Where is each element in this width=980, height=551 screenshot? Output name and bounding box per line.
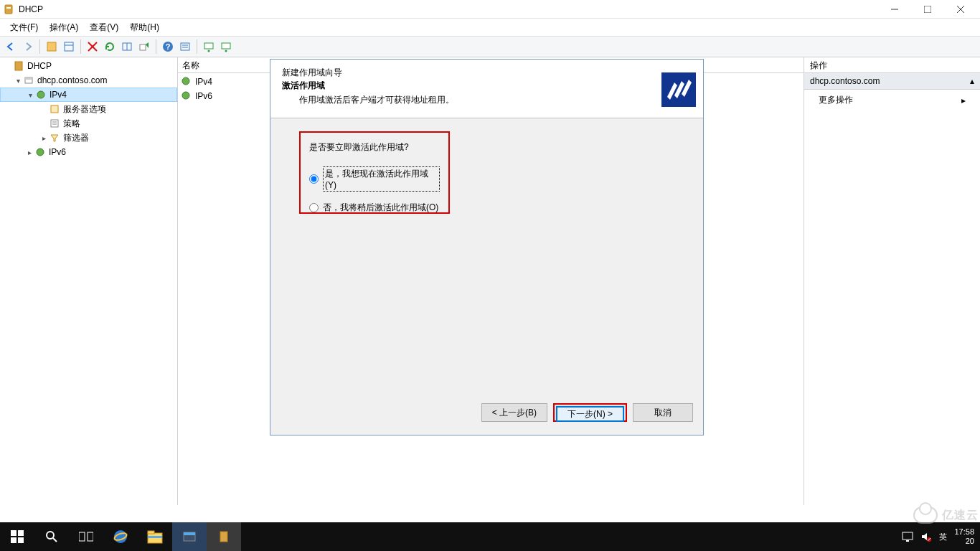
action-pane-header: 操作 bbox=[804, 57, 980, 73]
collapse-icon[interactable]: ▴ bbox=[970, 76, 974, 86]
taskbar-explorer[interactable] bbox=[138, 522, 172, 551]
start-button[interactable] bbox=[0, 522, 34, 551]
taskbar: 英 17:58 20 bbox=[0, 522, 980, 551]
toolbar-properties-icon[interactable] bbox=[61, 39, 77, 55]
svg-rect-22 bbox=[15, 62, 22, 70]
svg-rect-6 bbox=[47, 42, 56, 51]
toolbar-delete-icon[interactable] bbox=[85, 39, 100, 55]
menu-file[interactable]: 文件(F) bbox=[4, 20, 44, 35]
toolbar-export-icon[interactable] bbox=[119, 39, 135, 55]
caret-down-icon: ▾ bbox=[13, 77, 23, 85]
menu-help[interactable]: 帮助(H) bbox=[124, 20, 165, 35]
tree-node-ipv4[interactable]: ▾ IPv4 bbox=[0, 88, 177, 102]
taskbar-ie[interactable] bbox=[103, 522, 138, 551]
toolbar-separator bbox=[197, 39, 197, 54]
svg-rect-24 bbox=[25, 77, 32, 80]
svg-rect-44 bbox=[148, 531, 154, 534]
tree-label: dhcp.contoso.com bbox=[37, 75, 107, 85]
tree-label: IPv4 bbox=[50, 90, 67, 100]
maximize-button[interactable] bbox=[911, 0, 944, 19]
minimize-button[interactable] bbox=[878, 0, 911, 19]
menu-action[interactable]: 操作(A) bbox=[44, 20, 84, 35]
task-view-button[interactable] bbox=[69, 522, 103, 551]
main-content: DHCP ▾ dhcp.contoso.com ▾ IPv4 服务器选项 策略 bbox=[0, 57, 980, 505]
wizard-window-title: 新建作用域向导 bbox=[282, 67, 692, 79]
list-label: IPv4 bbox=[195, 77, 212, 87]
taskbar-server-manager[interactable] bbox=[172, 522, 207, 551]
action-more-label: 更多操作 bbox=[819, 94, 853, 106]
policies-icon bbox=[49, 118, 60, 129]
svg-rect-49 bbox=[903, 532, 913, 540]
action-pane: 操作 dhcp.contoso.com ▴ 更多操作 ▸ bbox=[804, 57, 980, 505]
svg-rect-27 bbox=[51, 120, 58, 127]
toolbar-help-icon[interactable]: ? bbox=[160, 39, 176, 55]
svg-rect-0 bbox=[5, 5, 12, 14]
dhcp-app-icon bbox=[3, 4, 14, 15]
tray-ime[interactable]: 英 bbox=[939, 532, 947, 542]
svg-point-21 bbox=[225, 50, 227, 52]
svg-point-25 bbox=[37, 91, 44, 98]
tray-volume-icon[interactable] bbox=[920, 532, 932, 542]
nav-back-button[interactable] bbox=[3, 39, 19, 55]
toolbar-separator bbox=[156, 39, 156, 54]
ipv4-icon bbox=[181, 76, 192, 88]
tree-node-server[interactable]: ▾ dhcp.contoso.com bbox=[0, 73, 177, 88]
svg-rect-39 bbox=[79, 532, 85, 541]
tray-time: 17:58 bbox=[954, 527, 974, 537]
back-button[interactable]: < 上一步(B) bbox=[481, 403, 547, 422]
svg-rect-47 bbox=[184, 532, 195, 535]
toolbar-list-icon[interactable] bbox=[177, 39, 193, 55]
toolbar-server-icon[interactable] bbox=[201, 39, 217, 55]
chevron-right-icon: ▸ bbox=[961, 95, 966, 105]
close-button[interactable] bbox=[944, 0, 977, 19]
caret-right-icon: ▸ bbox=[24, 149, 34, 156]
watermark-text: 亿速云 bbox=[942, 508, 979, 523]
list-pane: 名称 IPv4 IPv6 新建作用域向导 激活作用域 作用域激活后客户端才可获得… bbox=[178, 57, 804, 505]
radio-activate-no[interactable]: 否，我将稍后激活此作用域(O) bbox=[309, 202, 440, 214]
taskbar-dhcp[interactable] bbox=[207, 522, 241, 551]
system-tray: 英 17:58 20 bbox=[902, 527, 980, 546]
cancel-button[interactable]: 取消 bbox=[633, 403, 693, 422]
options-icon bbox=[49, 103, 60, 115]
svg-rect-15 bbox=[181, 43, 189, 50]
tray-network-icon[interactable] bbox=[902, 532, 913, 542]
next-button[interactable]: 下一步(N) > bbox=[556, 406, 624, 422]
ipv4-icon bbox=[35, 89, 47, 100]
svg-rect-48 bbox=[220, 532, 227, 542]
list-label: IPv6 bbox=[195, 91, 212, 101]
radio-activate-yes[interactable]: 是，我想现在激活此作用域(Y) bbox=[309, 166, 440, 192]
toolbar-run-icon[interactable] bbox=[136, 39, 152, 55]
radio-no-label: 否，我将稍后激活此作用域(O) bbox=[323, 202, 438, 214]
tree[interactable]: DHCP ▾ dhcp.contoso.com ▾ IPv4 服务器选项 策略 bbox=[0, 57, 177, 161]
tree-label: DHCP bbox=[27, 61, 52, 71]
watermark: 亿速云 bbox=[913, 507, 979, 524]
cloud-icon bbox=[913, 507, 938, 524]
search-button[interactable] bbox=[34, 522, 69, 551]
tree-node-policies[interactable]: 策略 bbox=[0, 116, 177, 131]
svg-rect-36 bbox=[18, 537, 24, 543]
tree-node-ipv6[interactable]: ▸ IPv6 bbox=[0, 145, 177, 159]
svg-point-32 bbox=[182, 92, 189, 99]
tree-node-filters[interactable]: ▸ 筛选器 bbox=[0, 131, 177, 145]
menu-view[interactable]: 查看(V) bbox=[84, 20, 124, 35]
nav-forward-button[interactable] bbox=[20, 39, 36, 55]
svg-rect-33 bbox=[11, 530, 17, 536]
svg-rect-26 bbox=[51, 105, 58, 113]
next-button-highlight: 下一步(N) > bbox=[553, 403, 627, 422]
tray-clock[interactable]: 17:58 20 bbox=[954, 527, 974, 546]
radio-yes-input[interactable] bbox=[309, 174, 319, 184]
toolbar-server2-icon[interactable] bbox=[218, 39, 234, 55]
action-section-title[interactable]: dhcp.contoso.com ▴ bbox=[804, 73, 980, 90]
toolbar-new-icon[interactable] bbox=[44, 39, 60, 55]
window-title: DHCP bbox=[19, 4, 878, 14]
radio-no-input[interactable] bbox=[309, 203, 319, 212]
tree-node-server-options[interactable]: 服务器选项 bbox=[0, 102, 177, 116]
svg-rect-34 bbox=[18, 530, 24, 536]
radio-yes-label: 是，我想现在激活此作用域(Y) bbox=[323, 166, 440, 192]
tree-label: IPv6 bbox=[49, 147, 66, 157]
toolbar-refresh-icon[interactable] bbox=[102, 39, 118, 55]
wizard-footer: < 上一步(B) 下一步(N) > 取消 bbox=[270, 391, 703, 434]
svg-point-30 bbox=[37, 149, 44, 156]
tree-node-dhcp[interactable]: DHCP bbox=[0, 59, 177, 73]
action-more[interactable]: 更多操作 ▸ bbox=[804, 90, 980, 110]
